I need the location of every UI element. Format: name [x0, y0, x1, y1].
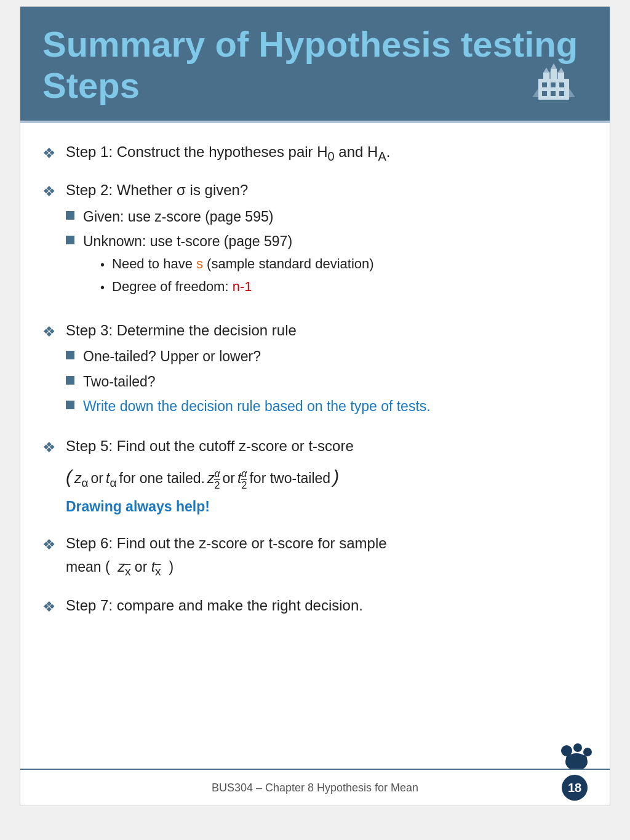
step6-item: ❖ Step 6: Find out the z-score or t-scor…	[42, 533, 585, 580]
step2-sub1-text: Given: use z-score (page 595)	[83, 207, 273, 226]
svg-rect-1	[538, 79, 569, 100]
blue-square-icon	[66, 236, 74, 244]
step6-or: or	[135, 559, 151, 575]
step7-item: ❖ Step 7: compare and make the right dec…	[42, 595, 585, 617]
drawing-note: Drawing always help!	[66, 495, 585, 518]
formula-for-one: for one tailed.	[119, 467, 205, 490]
step6-text: Step 6: Find out the z-score or t-score …	[66, 533, 585, 580]
formula-line: ( zα or tα for one tailed. zα2 or tα2	[66, 462, 585, 492]
svg-marker-11	[543, 68, 549, 73]
formula-z-alpha-half: zα2	[207, 467, 220, 490]
diamond-icon-6: ❖	[42, 534, 56, 555]
blue-square-icon	[66, 351, 74, 359]
header-logo	[520, 60, 588, 110]
slide: Summary of Hypothesis testing Steps	[20, 6, 610, 806]
blue-square-icon	[66, 376, 74, 385]
blue-square-icon	[66, 211, 74, 220]
open-paren: (	[66, 462, 72, 492]
formula-for-two: for two-tailed	[249, 467, 330, 490]
step3-sub3-text: Write down the decision rule based on th…	[83, 396, 431, 416]
svg-point-16	[583, 748, 592, 756]
formula-or2: or	[223, 467, 235, 490]
page-number-badge: 18	[562, 775, 588, 801]
step3-sublist: One-tailed? Upper or lower? Two-tailed? …	[66, 346, 585, 416]
slide-title: Summary of Hypothesis testing Steps	[42, 24, 588, 106]
step5-item: ❖ Step 5: Find out the cutoff z-score or…	[42, 436, 585, 518]
diamond-icon-1: ❖	[42, 143, 56, 164]
step3-sub3: Write down the decision rule based on th…	[66, 396, 585, 416]
svg-rect-10	[551, 69, 557, 80]
step6-z-sub: x	[125, 565, 131, 578]
step2-item: ❖ Step 2: Whether σ is given? Given: use…	[42, 180, 585, 305]
step6-formula: mean ( zx or tx )	[66, 557, 585, 580]
step1-text: Step 1: Construct the hypotheses pair H0…	[66, 142, 585, 165]
steps-list: ❖ Step 1: Construct the hypotheses pair …	[42, 142, 585, 617]
svg-rect-2	[542, 82, 547, 87]
formula-t-alpha: tα	[106, 467, 116, 492]
diamond-icon-2: ❖	[42, 181, 56, 202]
slide-footer: BUS304 – Chapter 8 Hypothesis for Mean 1…	[20, 769, 610, 806]
slide-header: Summary of Hypothesis testing Steps	[20, 7, 610, 121]
content-area: ❖ Step 1: Construct the hypotheses pair …	[20, 123, 610, 806]
close-paren: )	[333, 462, 339, 492]
step3-sub1: One-tailed? Upper or lower?	[66, 346, 585, 366]
step3-item: ❖ Step 3: Determine the decision rule On…	[42, 320, 585, 421]
formula-or1: or	[91, 467, 103, 490]
n1-highlight: n-1	[233, 279, 252, 294]
svg-rect-8	[543, 73, 549, 80]
circle-bullet-icon: •	[100, 256, 105, 273]
step2-sub1: Given: use z-score (page 595)	[66, 207, 585, 226]
svg-point-15	[573, 743, 582, 752]
step3-sub2-text: Two-tailed?	[83, 372, 156, 391]
svg-rect-3	[551, 82, 556, 87]
svg-rect-6	[551, 91, 556, 96]
step1-item: ❖ Step 1: Construct the hypotheses pair …	[42, 142, 585, 165]
svg-point-18	[566, 755, 572, 761]
step7-text: Step 7: compare and make the right decis…	[66, 595, 585, 616]
step2-circle1-text: Need to have s (sample standard deviatio…	[112, 255, 374, 274]
step2-text: Step 2: Whether σ is given? Given: use z…	[66, 180, 585, 305]
s-highlight: s	[196, 256, 203, 271]
svg-rect-4	[559, 82, 564, 87]
step6-z: z	[118, 559, 125, 575]
step2-circle1: • Need to have s (sample standard deviat…	[83, 255, 374, 274]
diamond-icon-3: ❖	[42, 321, 56, 342]
blue-square-icon	[66, 401, 74, 409]
step3-sub1-text: One-tailed? Upper or lower?	[83, 346, 261, 366]
svg-rect-9	[558, 73, 564, 80]
svg-rect-7	[559, 91, 564, 96]
step3-sub2: Two-tailed?	[66, 372, 585, 391]
step2-sublist: Given: use z-score (page 595) Unknown: u…	[66, 207, 585, 300]
step2-sub2: Unknown: use t-score (page 597) • Need t…	[66, 231, 585, 300]
step2-circle2: • Degree of freedom: n-1	[83, 278, 374, 297]
svg-marker-13	[551, 63, 557, 69]
circle-bullet-icon: •	[100, 279, 105, 296]
diamond-icon-5: ❖	[42, 437, 56, 458]
footer-text: BUS304 – Chapter 8 Hypothesis for Mean	[212, 782, 418, 794]
step5-formula: ( zα or tα for one tailed. zα2 or tα2	[66, 462, 585, 518]
svg-marker-12	[558, 68, 564, 73]
step2-circle-list: • Need to have s (sample standard deviat…	[83, 255, 374, 297]
formula-t-alpha-half: tα2	[237, 467, 247, 490]
step2-sub2-content: Unknown: use t-score (page 597) • Need t…	[83, 231, 374, 300]
svg-point-19	[581, 755, 587, 761]
step2-circle2-text: Degree of freedom: n-1	[112, 278, 252, 297]
formula-z-alpha: zα	[74, 467, 89, 492]
step5-text: Step 5: Find out the cutoff z-score or t…	[66, 436, 585, 518]
diamond-icon-7: ❖	[42, 596, 56, 617]
step3-text: Step 3: Determine the decision rule One-…	[66, 320, 585, 421]
svg-rect-5	[542, 91, 547, 96]
step6-t-sub: x	[155, 565, 161, 578]
